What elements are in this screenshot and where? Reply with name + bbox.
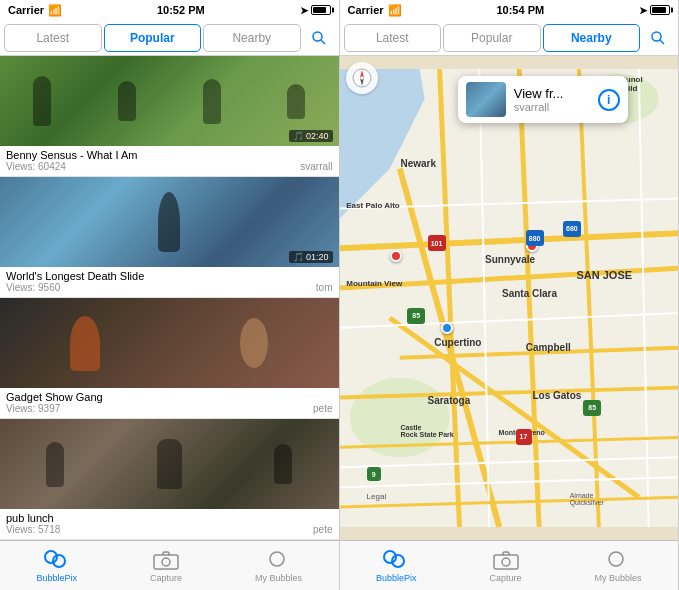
search-icon-left — [311, 30, 327, 46]
compass[interactable] — [346, 62, 378, 94]
video-author-1: svarrall — [300, 161, 332, 172]
tab-popular-right[interactable]: Popular — [443, 24, 541, 52]
tab-latest-right[interactable]: Latest — [344, 24, 442, 52]
nav-arrow-left: ➤ — [300, 5, 308, 16]
carrier-text-right: Carrier — [348, 4, 384, 16]
carrier-left: Carrier 📶 — [8, 4, 62, 17]
city-label-cupertino: Cupertino — [434, 337, 481, 348]
video-info-4: pub lunch Views: 5718 pete — [0, 509, 339, 539]
svg-point-5 — [652, 32, 661, 41]
video-thumb-2: 🎵01:20 — [0, 177, 339, 267]
video-info-2: World's Longest Death Slide Views: 9560 … — [0, 267, 339, 297]
highway-85-2: 85 — [583, 400, 601, 416]
video-views-3: Views: 9397 — [6, 403, 103, 414]
tab-nearby-left[interactable]: Nearby — [203, 24, 301, 52]
video-duration-2: 🎵01:20 — [289, 251, 333, 263]
highway-880: 880 — [526, 230, 544, 246]
city-label-campbell: Campbell — [526, 342, 571, 353]
left-phone: Carrier 📶 10:52 PM ➤ Latest Popular Near… — [0, 0, 340, 590]
capture-icon-left — [152, 549, 180, 571]
bottom-tab-bubblepix-right[interactable]: BubblePix — [376, 549, 417, 583]
wifi-icon-right: 📶 — [388, 4, 402, 17]
status-right-left: ➤ — [300, 5, 331, 16]
bottom-tab-mybubbles-left[interactable]: My Bubbles — [255, 549, 302, 583]
bottom-tab-bar-right: BubblePix Capture My Bubbles — [340, 540, 679, 590]
popup-author: svarrall — [514, 101, 590, 113]
city-label-santaclara: Santa Clara — [502, 288, 557, 299]
list-item[interactable]: Gadget Show Gang Views: 9397 pete — [0, 298, 339, 419]
bottom-tab-capture-left[interactable]: Capture — [150, 549, 182, 583]
status-bar-right: Carrier 📶 10:54 PM ➤ — [340, 0, 679, 20]
city-label-castlerock: CastleRock State Park — [400, 424, 453, 438]
bottom-tab-label-mybubbles-left: My Bubbles — [255, 573, 302, 583]
top-tab-bar-right: Latest Popular Nearby — [340, 20, 679, 56]
map-container[interactable]: View fr... svarrall i Fremont SunolWild … — [340, 56, 679, 540]
map-popup[interactable]: View fr... svarrall i — [458, 76, 628, 123]
compass-icon — [352, 68, 372, 88]
svg-point-33 — [502, 558, 510, 566]
popup-thumb — [466, 82, 506, 117]
svg-rect-2 — [154, 555, 178, 569]
battery-left — [311, 5, 331, 15]
tab-nearby-right[interactable]: Nearby — [543, 24, 641, 52]
right-phone: Carrier 📶 10:54 PM ➤ Latest Popular Near… — [340, 0, 680, 590]
wifi-icon-left: 📶 — [48, 4, 62, 17]
video-author-3: pete — [313, 403, 332, 414]
svg-point-3 — [162, 558, 170, 566]
video-list: 🎵02:40 Benny Sensus - What I Am Views: 6… — [0, 56, 339, 540]
highway-680: 680 — [563, 221, 581, 237]
popup-info: View fr... svarrall — [514, 86, 590, 113]
road-label-legal: Legal — [367, 492, 387, 501]
highway-17: 17 — [516, 429, 532, 445]
city-label-losgattos: Los Gatos — [532, 390, 581, 401]
status-right-right: ➤ — [639, 5, 670, 16]
bottom-tab-capture-right[interactable]: Capture — [489, 549, 521, 583]
popup-info-button[interactable]: i — [598, 89, 620, 111]
video-info-1: Benny Sensus - What I Am Views: 60424 sv… — [0, 146, 339, 176]
tab-latest-left[interactable]: Latest — [4, 24, 102, 52]
city-label-mountainview: Mountain View — [346, 279, 402, 288]
city-label-eastpaloalto: East Palo Alto — [346, 201, 400, 210]
video-views-2: Views: 9560 — [6, 282, 144, 293]
list-item[interactable]: 🎵02:40 Benny Sensus - What I Am Views: 6… — [0, 56, 339, 177]
city-label-sunnyvale: Sunnyvale — [485, 254, 535, 265]
bottom-tab-label-bubblepix-right: BubblePix — [376, 573, 417, 583]
bottom-tab-bubblepix-left[interactable]: BubblePix — [36, 549, 77, 583]
search-button-left[interactable] — [303, 24, 335, 52]
search-button-right[interactable] — [642, 24, 674, 52]
video-duration-1: 🎵02:40 — [289, 130, 333, 142]
top-tab-bar-left: Latest Popular Nearby — [0, 20, 339, 56]
svg-rect-32 — [494, 555, 518, 569]
bottom-tab-mybubbles-right[interactable]: My Bubbles — [594, 549, 641, 583]
video-title-1: Benny Sensus - What I Am — [6, 149, 137, 161]
nav-arrow-right: ➤ — [639, 5, 647, 16]
video-views-4: Views: 5718 — [6, 524, 60, 535]
tab-popular-left[interactable]: Popular — [104, 24, 202, 52]
carrier-text-left: Carrier — [8, 4, 44, 16]
highway-9: 9 — [367, 467, 381, 481]
road-label-almaden: AlmadeQuicksilver — [570, 492, 604, 506]
highway-85-1: 85 — [407, 308, 425, 324]
list-item[interactable]: pub lunch Views: 5718 pete — [0, 419, 339, 540]
popup-title: View fr... — [514, 86, 590, 101]
mybubbles-icon-left — [265, 549, 293, 571]
video-thumb-1: 🎵02:40 — [0, 56, 339, 146]
carrier-right: Carrier 📶 — [348, 4, 402, 17]
battery-right — [650, 5, 670, 15]
map-pin-1[interactable] — [390, 250, 402, 262]
video-author-4: pete — [313, 524, 332, 535]
video-views-1: Views: 60424 — [6, 161, 137, 172]
bottom-tab-label-capture-left: Capture — [150, 573, 182, 583]
list-item[interactable]: 🎵01:20 World's Longest Death Slide Views… — [0, 177, 339, 298]
video-thumb-3 — [0, 298, 339, 388]
capture-icon-right — [492, 549, 520, 571]
bubblepix-icon-right — [382, 549, 410, 571]
highway-101: 101 — [428, 235, 446, 251]
svg-point-4 — [270, 552, 284, 566]
bottom-tab-bar-left: BubblePix Capture My Bubbles — [0, 540, 339, 590]
city-label-newark: Newark — [400, 158, 436, 169]
time-right: 10:54 PM — [496, 4, 544, 16]
video-thumb-4 — [0, 419, 339, 509]
bubblepix-icon-left — [43, 549, 71, 571]
video-title-4: pub lunch — [6, 512, 60, 524]
